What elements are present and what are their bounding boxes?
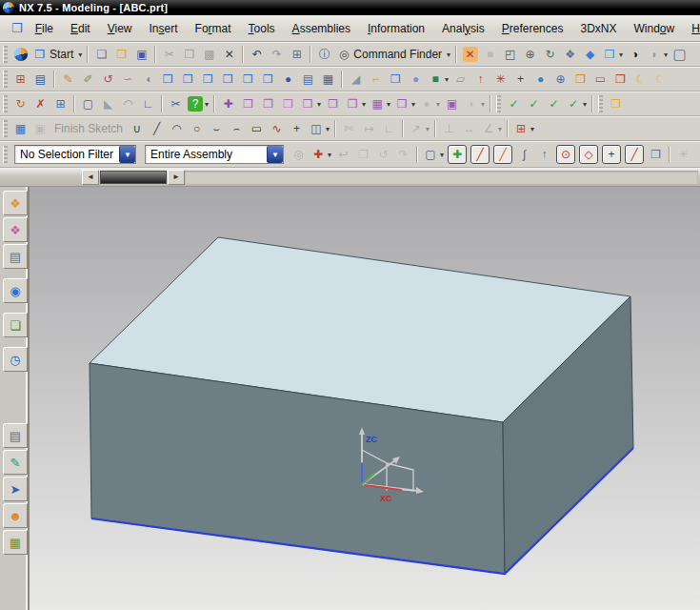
law-curve-icon[interactable]: ☾: [631, 70, 650, 89]
point-on-curve-icon[interactable]: ∫: [515, 145, 533, 164]
existing-point-icon[interactable]: ╱: [625, 145, 644, 164]
groups-tab[interactable]: ☻: [3, 503, 28, 528]
deformable-part-icon[interactable]: ◗▾: [463, 94, 486, 113]
history-tab[interactable]: ◷: [3, 347, 28, 372]
save-icon[interactable]: ▣: [132, 45, 150, 64]
corner-arc-icon[interactable]: ⌢: [228, 119, 246, 138]
internet-explorer-tab[interactable]: ◉: [3, 278, 28, 303]
revolve-icon[interactable]: ↺: [99, 70, 117, 89]
menu-insert[interactable]: Insert: [150, 22, 178, 35]
make-unique-icon[interactable]: ▣: [443, 94, 461, 113]
remember-constraints-icon[interactable]: ✓: [545, 94, 563, 113]
tube-icon[interactable]: ⌐: [367, 70, 385, 89]
scene-gallery-tab[interactable]: ▦: [3, 530, 28, 555]
section-body-icon[interactable]: ❒: [611, 70, 630, 89]
appearance-icon[interactable]: ◑: [626, 45, 644, 64]
quick-extend-icon[interactable]: ↦: [360, 119, 378, 138]
cylinder-feature-icon[interactable]: ●: [407, 70, 425, 89]
snap-point-icon[interactable]: ✚: [448, 145, 467, 164]
studio-surface-icon[interactable]: ✐: [79, 70, 97, 89]
wave-geometry-icon[interactable]: ❒: [607, 94, 625, 113]
palettes-tab[interactable]: ✎: [3, 450, 28, 475]
shaded-icon[interactable]: ❒▾: [601, 45, 624, 64]
groove-icon[interactable]: ●: [279, 70, 297, 89]
rotate-wcs-icon[interactable]: ↺: [374, 145, 392, 164]
selection-scope-combo-arrow[interactable]: ▼: [267, 146, 283, 163]
nx-logo-icon[interactable]: [11, 45, 30, 64]
selection-scope-combo[interactable]: Entire Assembly▼: [145, 145, 284, 164]
part-navigator-tab[interactable]: ▤: [3, 244, 28, 269]
datum-csys-icon[interactable]: ✳: [491, 70, 510, 89]
show-hide-component-icon[interactable]: ●▾: [418, 94, 441, 113]
graphics-window[interactable]: Z ZC Y X XC: [30, 187, 700, 610]
refresh-icon[interactable]: ↻: [11, 94, 30, 113]
notes-tab[interactable]: ▤: [3, 423, 28, 448]
show-window-icon[interactable]: ⊞: [51, 94, 70, 113]
menu-view[interactable]: View: [108, 22, 132, 35]
render-style-icon[interactable]: ◗▾: [646, 45, 669, 64]
block-solid[interactable]: [90, 237, 633, 574]
profile-icon[interactable]: ∪: [128, 119, 146, 138]
toolbar-grip[interactable]: [598, 95, 603, 112]
component-clipboard-icon[interactable]: ❐: [259, 94, 277, 113]
paste-icon[interactable]: ▩: [200, 45, 218, 64]
menu-window[interactable]: Window: [633, 22, 674, 35]
cam-feature-icon[interactable]: ◖: [139, 70, 157, 89]
toolbar-grip[interactable]: [3, 95, 8, 112]
thread-icon[interactable]: ▤: [299, 70, 317, 89]
perpendicular-icon[interactable]: ⊥: [440, 119, 458, 138]
delete-component-icon[interactable]: ✗: [31, 94, 50, 113]
new-file-icon[interactable]: ❏: [92, 45, 110, 64]
sketch-point-icon[interactable]: +: [288, 119, 306, 138]
cube-feature-icon[interactable]: ❒: [387, 70, 405, 89]
highlight-body-icon[interactable]: ❒: [354, 145, 372, 164]
toolbar-grip[interactable]: [3, 120, 8, 137]
move-component-icon[interactable]: ❒▾: [299, 94, 322, 113]
menu-analysis[interactable]: Analysis: [442, 22, 485, 35]
show-hide-icon[interactable]: ▢: [670, 45, 689, 64]
context-help-icon[interactable]: ?▾: [187, 94, 210, 113]
menu-assemblies[interactable]: Assemblies: [292, 22, 350, 35]
sketch-layout-icon[interactable]: ⊞▾: [512, 119, 535, 138]
menu-information[interactable]: Information: [368, 22, 425, 35]
make-corner-icon[interactable]: ∟: [380, 119, 398, 138]
menu-format[interactable]: Format: [195, 22, 231, 35]
quick-trim-icon[interactable]: ✄: [340, 119, 358, 138]
paste-component-icon[interactable]: ❒: [279, 94, 297, 113]
datum-axis-icon[interactable]: ↑: [471, 70, 490, 89]
bookmark-icon[interactable]: ▤: [31, 70, 50, 89]
show-constraints-icon[interactable]: ✓: [525, 94, 543, 113]
studio-spline-icon[interactable]: ∿: [268, 119, 286, 138]
screen-layout-icon[interactable]: ⊞: [11, 70, 30, 89]
inferred-dimensions-icon[interactable]: ∠▾: [480, 119, 503, 138]
circle-icon[interactable]: ○: [188, 119, 206, 138]
point-icon[interactable]: +: [511, 70, 530, 89]
sweep-icon[interactable]: ∽: [119, 70, 137, 89]
start-menu-button[interactable]: ❒Start▾: [31, 45, 83, 64]
scroll-track[interactable]: [185, 171, 698, 184]
arc-center-icon[interactable]: ⊙: [556, 145, 575, 164]
auto-dimension-icon[interactable]: ↔: [460, 119, 478, 138]
menu-edit[interactable]: Edit: [70, 22, 90, 35]
copy-icon[interactable]: ❐: [180, 45, 198, 64]
menu-tools[interactable]: Tools: [249, 22, 275, 35]
selection-filter-combo[interactable]: No Selection Filter▼: [14, 145, 136, 164]
end-point-icon[interactable]: ╱: [470, 145, 490, 164]
zoom-box-icon[interactable]: ◰: [501, 45, 519, 64]
solve-constraints-icon[interactable]: ✓▾: [565, 94, 588, 113]
zoom-in-out-icon[interactable]: ⊕: [521, 45, 539, 64]
snap-settings-icon[interactable]: ✳: [674, 145, 692, 164]
pattern-component-icon[interactable]: ❐▾: [344, 94, 367, 113]
menu-preferences[interactable]: Preferences: [502, 22, 564, 35]
chamfer-icon[interactable]: ◣: [99, 94, 117, 113]
window-arrange-icon[interactable]: ⊞: [288, 45, 306, 64]
line-icon[interactable]: ╱: [148, 119, 166, 138]
hole-icon[interactable]: ❒: [179, 70, 197, 89]
bounding-box-icon[interactable]: ▭: [591, 70, 610, 89]
menu-file[interactable]: File: [35, 22, 53, 35]
intersection-point-icon[interactable]: +: [602, 145, 621, 164]
exploded-views-icon[interactable]: ❒▾: [393, 94, 416, 113]
rectangle-icon[interactable]: ▭: [248, 119, 266, 138]
scroll-thumb[interactable]: [100, 171, 167, 184]
shaded-with-edges-icon[interactable]: ◆: [581, 45, 599, 64]
